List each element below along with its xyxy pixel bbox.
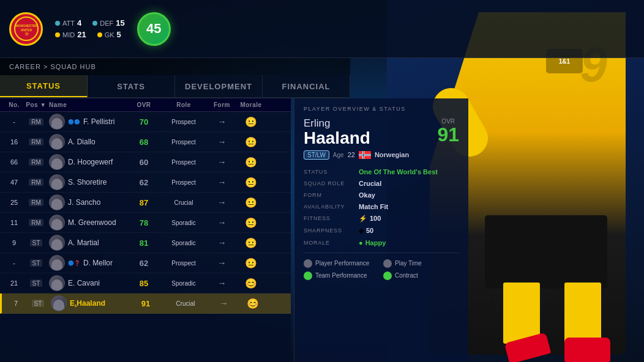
table-row[interactable]: - ST 🔵❓ D. Mellor 62 Prospect → 😐 <box>0 253 291 273</box>
table-row[interactable]: 25 RM J. Sancho 87 Crucial → 😐 <box>0 193 291 213</box>
def-value: 15 <box>116 18 124 28</box>
cell-form: → <box>208 137 236 147</box>
stat-key: FITNESS <box>304 215 359 221</box>
att-value: 4 <box>77 18 81 28</box>
cell-name: A. Diallo <box>49 134 129 150</box>
cell-number: - <box>5 259 23 267</box>
cell-ovr: 62 <box>129 259 159 268</box>
ovr-block: OVR 91 <box>437 118 459 144</box>
stat-key: AVAILABILITY <box>304 204 359 210</box>
cell-morale: 😐 <box>236 116 266 128</box>
table-row[interactable]: 16 RM A. Diallo 68 Prospect → 😐 <box>0 132 291 152</box>
col-morale: Morale <box>236 102 266 108</box>
stat-key: STATUS <box>304 169 359 175</box>
cell-morale: 😐 <box>236 136 266 148</box>
cell-morale: 😐 <box>236 177 266 188</box>
table-row[interactable]: 47 RM S. Shoretire 62 Prospect → 😐 <box>0 172 291 193</box>
tab-stats[interactable]: STATS <box>88 75 175 97</box>
cell-pos: ST <box>23 239 49 246</box>
tab-development[interactable]: DEVELOPMENT <box>175 75 263 97</box>
cell-ovr: 81 <box>129 238 159 248</box>
overview-stat-row: AVAILABILITY Match Fit <box>304 203 459 210</box>
cell-ovr: 62 <box>129 178 159 187</box>
cell-name: M. Greenwood <box>49 215 129 231</box>
club-logo: MANCHESTER UNITED ☆ <box>9 12 43 46</box>
report-icon <box>304 259 312 268</box>
def-dot <box>92 21 97 26</box>
player-meta: ST/LW Age 22 Norwegian <box>304 150 459 160</box>
cell-ovr: 78 <box>129 218 159 227</box>
table-row[interactable]: 21 ST E. Cavani 85 Sporadic → 😊 <box>0 273 291 294</box>
stat-value: 100 <box>370 215 381 222</box>
stat-key: FORM <box>304 192 359 198</box>
cell-morale: 😐 <box>236 197 266 209</box>
report-grid: Player Performance Play Time Team Perfor… <box>304 259 459 280</box>
cell-number: 25 <box>5 199 23 206</box>
player-avatar <box>49 174 65 190</box>
panel-title: PLAYER OVERVIEW & STATUS <box>304 106 459 112</box>
table-header: No. Pos ▼ Name OVR Role Form Morale <box>0 98 291 112</box>
overview-stat-row: STATUS One Of The World's Best <box>304 168 459 175</box>
cell-role: Prospect <box>159 119 208 125</box>
mid-value: 21 <box>77 30 86 39</box>
stat-value: Happy <box>365 239 386 246</box>
cell-form: → <box>208 218 236 227</box>
cell-role: Sporadic <box>159 220 208 226</box>
player-avatar <box>49 134 65 150</box>
col-position[interactable]: Pos ▼ <box>23 102 49 108</box>
player-avatar <box>49 235 65 251</box>
squad-stats-block: ATT 4 DEF 15 MID 21 GK 5 <box>55 18 125 39</box>
cell-name: 🔵❓ D. Mellor <box>49 255 129 271</box>
cell-role: Sporadic <box>159 240 208 246</box>
player-avatar <box>51 295 67 311</box>
cell-morale: 😐 <box>236 157 266 168</box>
report-item: Play Time <box>383 259 459 268</box>
overview-stats: STATUS One Of The World's Best SQUAD ROL… <box>304 168 459 246</box>
table-row[interactable]: - RM 🔵🔵 F. Pellistri 70 Prospect → 😐 <box>0 112 291 132</box>
tab-status[interactable]: STATUS <box>0 75 88 97</box>
col-name: Name <box>49 102 129 108</box>
squad-table-container: No. Pos ▼ Name OVR Role Form Morale - RM… <box>0 98 291 362</box>
gk-value: 5 <box>117 30 121 39</box>
divider <box>304 253 459 253</box>
table-row[interactable]: 7 ST E.Haaland 91 Crucial → 😊 <box>0 294 291 314</box>
report-icon <box>383 259 392 268</box>
cell-role: Sporadic <box>159 280 208 287</box>
cell-name: S. Shoretire <box>49 174 129 190</box>
player-avatar <box>49 275 65 291</box>
player-last-name: Haaland <box>304 130 370 147</box>
cell-pos: RM <box>23 199 49 206</box>
overall-badge: 45 <box>137 12 171 46</box>
cell-ovr: 60 <box>129 158 159 167</box>
ovr-number: 91 <box>437 125 459 144</box>
col-form: Form <box>208 102 236 108</box>
top-bar: MANCHESTER UNITED ☆ ATT 4 DEF 15 MID 21 <box>0 0 644 58</box>
cell-role: Prospect <box>159 179 208 186</box>
stat-value: Match Fit <box>359 203 388 210</box>
cell-name: E. Cavani <box>49 275 129 291</box>
norway-flag <box>359 151 371 159</box>
gk-dot <box>97 32 102 37</box>
cell-role: Prospect <box>159 139 208 146</box>
cell-morale: 😊 <box>236 278 266 289</box>
overview-stat-row: FORM Okay <box>304 191 459 199</box>
report-icon <box>304 272 312 280</box>
cell-ovr: 91 <box>130 299 161 308</box>
mid-dot <box>55 32 60 37</box>
table-row[interactable]: 11 RM M. Greenwood 78 Sporadic → 😐 <box>0 213 291 233</box>
overview-stat-row: SQUAD ROLE Crucial <box>304 180 459 187</box>
cell-form: → <box>208 198 236 207</box>
player-name-block: Erling Haaland OVR 91 <box>304 118 459 147</box>
cell-name: J. Sancho <box>49 194 129 210</box>
def-label: DEF <box>100 20 113 27</box>
cell-number: 66 <box>5 158 23 166</box>
table-row[interactable]: 66 RM D. Hoogewerf 60 Prospect → 😐 <box>0 152 291 172</box>
table-row[interactable]: 9 ST A. Martial 81 Sporadic → 😐 <box>0 233 291 253</box>
cell-name: E.Haaland <box>51 295 130 311</box>
cell-role: Crucial <box>161 300 210 307</box>
stat-key: MORALE <box>304 240 359 246</box>
tab-financial[interactable]: FINANCIAL <box>263 75 350 97</box>
stat-value: 50 <box>366 227 373 234</box>
gk-label: GK <box>105 31 114 39</box>
player-avatar <box>49 255 65 271</box>
